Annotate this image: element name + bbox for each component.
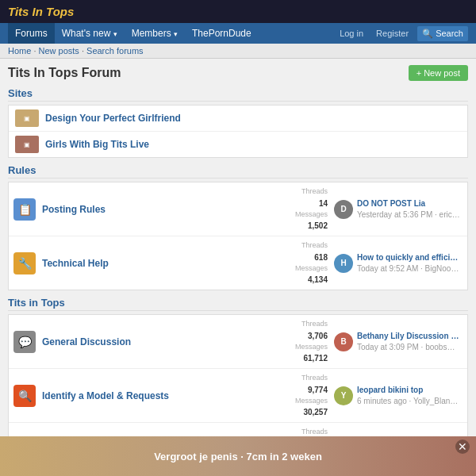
breadcrumb: Home · New posts · Search forums — [0, 44, 476, 59]
page-header: Tits In Tops Forum + New post — [8, 65, 468, 81]
forum-icon: 🔍 — [13, 385, 36, 407]
table-row: 🔧Technical HelpThreads618Messages4,134HH… — [9, 236, 467, 290]
site-title[interactable]: Tits In Tops — [8, 5, 74, 18]
nav-login[interactable]: Log in — [336, 25, 367, 41]
breadcrumb-newposts[interactable]: New posts — [39, 46, 79, 56]
ad-close-button[interactable]: ✕ — [455, 440, 470, 454]
breadcrumb-search[interactable]: Search forums — [86, 46, 144, 56]
ad-text: Vergroot je penis · 7cm in 2 weken — [154, 451, 322, 463]
forum-last-post: Yleopard bikini top6 minutes ago · Yolly… — [328, 385, 463, 407]
section-sites-header: Sites — [8, 87, 468, 102]
breadcrumb-home[interactable]: Home — [8, 46, 31, 56]
last-post-info: Bethany Lily Discussion Threa...Today at… — [357, 331, 460, 353]
section-rules-header: Rules — [8, 164, 468, 178]
nav-theporn[interactable]: ThePornDude — [185, 23, 259, 44]
forum-stats: Threads9,774Messages30,257 — [248, 373, 328, 418]
forum-name[interactable]: Posting Rules — [42, 204, 248, 215]
last-post-meta: Yesterday at 5:36 PM · ericbb — [357, 209, 460, 221]
forum-stats: Threads3,706Messages61,712 — [248, 319, 328, 364]
site-icon-design: ▣ — [15, 109, 39, 127]
site-link-design[interactable]: Design Your Perfect Girlfriend — [45, 113, 181, 124]
sites-section: ▣ Design Your Perfect Girlfriend ▣ Girls… — [8, 105, 468, 158]
forum-last-post: BBethany Lily Discussion Threa...Today a… — [328, 331, 463, 353]
main-content: Tits In Tops Forum + New post Sites ▣ De… — [0, 59, 476, 476]
last-post-meta: Today at 3:09 PM · boobswarm — [357, 342, 460, 353]
nav-right: Log in Register 🔍 Search — [336, 25, 468, 41]
last-post-title[interactable]: How to quickly and efficiently... — [357, 252, 460, 263]
table-row: 🔍Identify a Model & RequestsThreads9,774… — [9, 369, 467, 423]
forum-name[interactable]: Identify a Model & Requests — [42, 390, 248, 401]
avatar: D — [334, 200, 353, 219]
last-post-info: How to quickly and efficiently...Today a… — [357, 252, 460, 274]
nav-whatsnew[interactable]: What's new ▾ — [55, 23, 125, 44]
chevron-icon: ▾ — [113, 30, 117, 38]
forum-name[interactable]: Technical Help — [42, 258, 248, 269]
last-post-meta: 6 minutes ago · Yolly_Blanchard — [357, 396, 460, 407]
avatar: B — [334, 332, 353, 351]
chevron-icon: ▾ — [174, 30, 178, 38]
nav-bar: Forums What's new ▾ Members ▾ ThePornDud… — [0, 23, 476, 44]
forum-icon: 🔧 — [13, 252, 36, 274]
top-header: Tits In Tops — [0, 0, 476, 23]
forum-icon: 💬 — [13, 331, 36, 353]
nav-register[interactable]: Register — [372, 25, 413, 41]
site-icon-girls: ▣ — [15, 136, 39, 153]
nav-search-button[interactable]: 🔍 Search — [417, 26, 468, 41]
last-post-title[interactable]: leopard bikini top — [357, 385, 460, 396]
nav-members[interactable]: Members ▾ — [125, 23, 185, 44]
list-item: ▣ Design Your Perfect Girlfriend — [9, 106, 467, 132]
forum-last-post: HHow to quickly and efficiently...Today … — [328, 252, 463, 274]
table-row: 💬General DiscussionThreads3,706Messages6… — [9, 315, 467, 369]
new-post-button[interactable]: + New post — [409, 65, 468, 81]
avatar: H — [334, 254, 353, 273]
last-post-title[interactable]: Bethany Lily Discussion Threa... — [357, 331, 460, 342]
last-post-info: leopard bikini top6 minutes ago · Yolly_… — [357, 385, 460, 407]
forum-icon: 📋 — [13, 198, 36, 221]
section-main-header: Tits in Tops — [8, 297, 468, 311]
page-title: Tits In Tops Forum — [8, 66, 121, 80]
nav-left: Forums What's new ▾ Members ▾ ThePornDud… — [8, 23, 259, 44]
forum-last-post: DDO NOT POST LiaYesterday at 5:36 PM · e… — [328, 198, 463, 221]
forum-stats: Threads14Messages1,502 — [248, 186, 328, 232]
last-post-title[interactable]: DO NOT POST Lia — [357, 198, 460, 209]
list-item: ▣ Girls With Big Tits Live — [9, 132, 467, 157]
ad-banner: Vergroot je penis · 7cm in 2 weken ✕ — [0, 436, 476, 476]
last-post-meta: Today at 9:52 AM · BigNoobLover — [357, 263, 460, 274]
forum-stats: Threads618Messages4,134 — [248, 240, 328, 286]
nav-forums[interactable]: Forums — [8, 23, 55, 44]
last-post-info: DO NOT POST LiaYesterday at 5:36 PM · er… — [357, 198, 460, 221]
site-link-girls[interactable]: Girls With Big Tits Live — [45, 139, 149, 150]
rules-section: 📋Posting RulesThreads14Messages1,502DDO … — [8, 182, 468, 290]
forum-name[interactable]: General Discussion — [42, 336, 248, 347]
table-row: 📋Posting RulesThreads14Messages1,502DDO … — [9, 182, 467, 236]
avatar: Y — [334, 386, 353, 405]
